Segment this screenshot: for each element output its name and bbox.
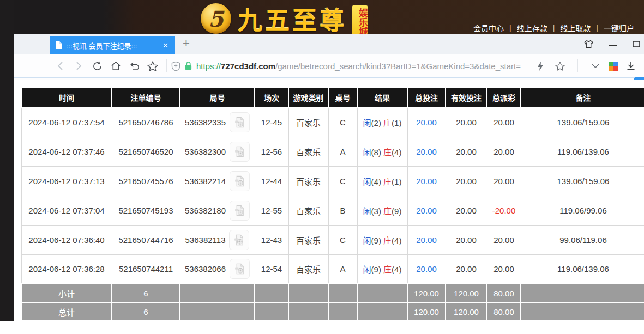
footer-empty xyxy=(521,302,644,321)
maximize-button[interactable] xyxy=(631,39,642,50)
total-bet-link[interactable]: 20.00 xyxy=(416,264,437,274)
url-domain: 727cd3df.com xyxy=(221,62,275,71)
header-payout: 总派彩 xyxy=(487,88,521,107)
link-member-center[interactable]: 会员中心 xyxy=(473,22,504,33)
round-number: 536382113 xyxy=(185,235,226,245)
cell-total-bet: 20.00 xyxy=(407,196,446,225)
footer-empty xyxy=(328,284,357,302)
video-record-button[interactable] xyxy=(230,142,250,162)
cell-payout: 20.00 xyxy=(487,107,521,137)
video-record-button[interactable] xyxy=(230,201,250,221)
page-icon xyxy=(55,41,62,50)
download-icon[interactable] xyxy=(624,58,637,74)
total-bet-link[interactable]: 20.00 xyxy=(416,147,437,156)
result-banker-value: (1) xyxy=(392,118,401,127)
video-record-button[interactable] xyxy=(230,112,250,132)
result-banker-value: (1) xyxy=(392,177,401,186)
chevron-down-icon[interactable] xyxy=(589,58,602,74)
result-player-value: (3) xyxy=(371,207,384,216)
cell-valid-bet: 20.00 xyxy=(446,225,487,254)
new-tab-button[interactable]: + xyxy=(183,38,190,50)
round-content: 536382214 xyxy=(185,171,250,191)
cell-table: A xyxy=(328,137,357,166)
video-record-button[interactable] xyxy=(229,230,249,250)
cell-game-type: 百家乐 xyxy=(288,166,328,196)
cell-session: 12-45 xyxy=(255,107,288,137)
cell-session: 12-54 xyxy=(255,254,288,284)
total-bet-link[interactable]: 20.00 xyxy=(416,235,437,245)
cell-session: 12-56 xyxy=(255,137,288,166)
cell-table: B xyxy=(328,196,357,225)
round-number: 536382300 xyxy=(185,147,226,156)
link-separator: | xyxy=(553,23,555,32)
lightning-icon[interactable] xyxy=(534,58,547,74)
home-icon[interactable] xyxy=(106,58,125,74)
table-footer: 小计6120.00120.0080.00总计6120.00120.0080.00 xyxy=(21,284,644,321)
minimize-button[interactable] xyxy=(607,39,618,50)
apps-grid-icon[interactable] xyxy=(609,62,618,71)
footer-empty xyxy=(357,302,407,321)
cell-bet-id: 521650745576 xyxy=(112,166,180,196)
link-online-deposit[interactable]: 线上存款 xyxy=(517,22,547,33)
footer-payout: 80.00 xyxy=(487,302,521,321)
table-row: 2024-06-12 07:36:40521650744716536382113… xyxy=(21,225,644,254)
bet-record-table: 时间 注单编号 局号 场次 游戏类别 桌号 结果 总投注 有效投注 总派彩 备注… xyxy=(21,87,644,321)
cell-note: 119.06/139.06 xyxy=(521,137,644,166)
browser-window: :::视讯 会员下注纪录::: ✕ + xyxy=(14,34,644,334)
cell-game-type: 百家乐 xyxy=(288,196,328,225)
cell-round: 536382113 xyxy=(180,225,255,254)
result-player-label: 闲 xyxy=(363,265,371,274)
cell-total-bet: 20.00 xyxy=(407,107,446,137)
cell-round: 536382066 xyxy=(180,254,255,284)
address-bar[interactable]: https://727cd3df.com/game/betrecord_sear… xyxy=(171,61,531,71)
result-banker-value: (4) xyxy=(392,236,401,245)
undo-icon[interactable] xyxy=(125,58,143,74)
forward-icon[interactable] xyxy=(69,58,88,74)
bet-record-table-wrap: 时间 注单编号 局号 场次 游戏类别 桌号 结果 总投注 有效投注 总派彩 备注… xyxy=(21,87,644,321)
link-one-key-transfer[interactable]: 一键归户 xyxy=(604,22,634,33)
total-bet-link[interactable]: 20.00 xyxy=(416,206,437,215)
footer-empty xyxy=(521,284,644,302)
subtotal-row: 小计6120.00120.0080.00 xyxy=(21,284,644,302)
browser-skin-icon[interactable] xyxy=(583,39,594,50)
bookmark-star-icon[interactable] xyxy=(553,58,567,74)
header-note: 备注 xyxy=(521,88,644,107)
cell-result: 闲(9) 庄(4) xyxy=(357,254,407,284)
cell-total-bet: 20.00 xyxy=(407,254,446,284)
result-player-value: (8) xyxy=(371,148,384,157)
cell-table: C xyxy=(328,225,357,254)
browser-tab[interactable]: :::视讯 会员下注纪录::: ✕ xyxy=(50,36,175,54)
total-bet-link[interactable]: 20.00 xyxy=(416,118,437,127)
cell-total-bet: 20.00 xyxy=(407,225,446,254)
result-player-value: (9) xyxy=(371,265,384,274)
refresh-icon[interactable] xyxy=(88,58,106,74)
link-online-withdraw[interactable]: 线上取款 xyxy=(560,22,591,33)
favorites-star-icon[interactable] xyxy=(143,58,162,74)
result-player-value: (9) xyxy=(371,236,384,245)
url-text[interactable]: https://727cd3df.com/game/betrecord_sear… xyxy=(196,62,531,71)
cell-table: A xyxy=(328,254,357,284)
cell-note: 99.06/119.06 xyxy=(521,225,644,254)
url-protocol: https:// xyxy=(196,62,221,71)
cell-time: 2024-06-12 07:36:40 xyxy=(21,225,112,254)
video-record-icon xyxy=(233,263,246,275)
total-bet-link[interactable]: 20.00 xyxy=(416,177,437,186)
shield-icon[interactable] xyxy=(171,61,180,71)
result-banker-label: 庄 xyxy=(383,236,392,245)
casino-logo: 5 九五至尊 娱乐城 xyxy=(201,2,368,35)
cell-result: 闲(9) 庄(4) xyxy=(357,225,407,254)
divider xyxy=(577,59,578,72)
link-separator: | xyxy=(509,23,511,32)
banner-links: 会员中心 | 线上存款 | 线上取款 | 一键归户 xyxy=(473,22,634,33)
header-row: 时间 注单编号 局号 场次 游戏类别 桌号 结果 总投注 有效投注 总派彩 备注 xyxy=(21,88,644,107)
result-player-label: 闲 xyxy=(363,177,371,186)
tab-close-icon[interactable]: ✕ xyxy=(161,41,170,50)
back-icon[interactable] xyxy=(51,58,69,74)
video-record-button[interactable] xyxy=(230,259,250,279)
video-record-button[interactable] xyxy=(230,171,250,191)
footer-empty xyxy=(255,302,288,321)
footer-label: 总计 xyxy=(21,302,112,321)
video-record-icon xyxy=(233,204,246,217)
cell-session: 12-43 xyxy=(255,225,288,254)
cell-round: 536382180 xyxy=(180,196,255,225)
